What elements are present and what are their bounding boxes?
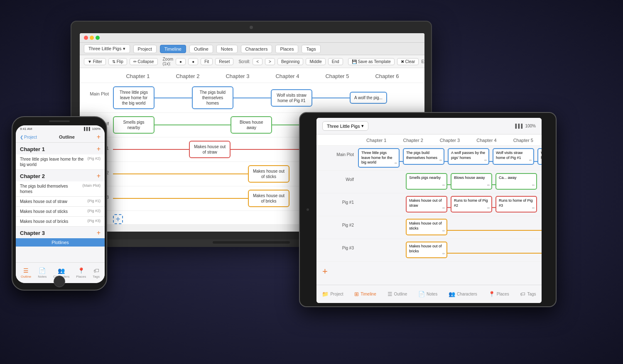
tablet-main-cards: Three little pigs leave home for the big… (358, 148, 542, 168)
flip-button[interactable]: ⇅ Flip (108, 58, 127, 65)
phone-back-button[interactable]: ❮ Project (20, 135, 37, 139)
tablet-tab-tags-label: Tags (527, 292, 536, 296)
middle-button[interactable]: Middle (306, 58, 325, 65)
card-wolf-2[interactable]: Blows house away (231, 116, 272, 134)
phone-tab-notes[interactable]: 📄 Notes (38, 267, 47, 278)
tablet-card-main-5[interactable]: Wolf visits stick home of Pig #1 ✏ (537, 148, 542, 165)
project-icon: 📁 (322, 291, 329, 297)
card-main-3[interactable]: Wolf visits straw home of Pig #1 (271, 89, 312, 107)
laptop-titlebar (80, 33, 424, 43)
tablet-card-main-1[interactable]: Three little pigs leave home for the big… (358, 148, 400, 168)
card-pig3-1[interactable]: Makes house out of bricks (248, 190, 289, 207)
phone-add-button[interactable]: + (97, 133, 101, 141)
edit-icon-p13[interactable]: ✏ (532, 206, 535, 210)
scroll-right-button[interactable]: > (265, 58, 275, 65)
tablet-tab-characters[interactable]: 👥 Characters (449, 291, 477, 297)
tablet-chapters-header: Chapter 1 Chapter 2 Chapter 3 Chapter 4 … (316, 134, 542, 146)
tablet-card-wolf-2[interactable]: Blows house away ✏ (451, 173, 492, 190)
edit-icon-3[interactable]: ✏ (484, 159, 487, 163)
maximize-icon[interactable] (96, 36, 100, 40)
tablet-card-wolf-1[interactable]: Smells pigs nearby ✏ (406, 173, 447, 190)
tablet-card-pig1-3[interactable]: Runs to home of Pig #3 ✏ (495, 196, 537, 213)
nav-characters[interactable]: Characters (241, 45, 272, 53)
zoom-minus-button[interactable]: ● (176, 58, 186, 65)
phone-tab-outline[interactable]: ☰ Outline (21, 267, 31, 278)
phone-item-ch2-2[interactable]: Makes house out of straw (Pig #1) (16, 197, 105, 207)
tablet-tab-outline[interactable]: ☰ Outline (388, 291, 407, 297)
phone-item-text: Three little pigs leave home for the big… (20, 156, 86, 167)
tablet-card-pig1-2[interactable]: Runs to home of Pig #2 ✏ (451, 196, 492, 213)
tablet-tab-tags[interactable]: 🏷 Tags (520, 291, 536, 297)
tablet-project-dropdown[interactable]: Three Little Pigs ▾ (322, 121, 368, 131)
nav-project[interactable]: Project (133, 45, 157, 53)
end-button[interactable]: End (328, 58, 343, 65)
nav-outline[interactable]: Outline (189, 45, 213, 53)
edit-icon-p21[interactable]: ✏ (442, 229, 445, 233)
phone-item-ch1-1[interactable]: Three little pigs leave home for the big… (16, 154, 105, 170)
tablet-card-pig2-1[interactable]: Makes house out of sticks ✏ (406, 219, 447, 235)
phone-tab-tags[interactable]: 🏷 Tags (93, 267, 100, 278)
phone-plotlines-bar[interactable]: Plotlines (16, 238, 105, 247)
card-main-2[interactable]: The pigs build themselves homes (192, 86, 233, 109)
zoom-plus-button[interactable]: ● (188, 58, 198, 65)
card-main-4[interactable]: A wolf the pig... (350, 92, 387, 104)
phone-nav: ❮ Project Outline + (16, 132, 105, 143)
tablet-ch2-label: Chapter 2 (395, 138, 431, 143)
phone-chapter1-title: Chapter 1 (20, 146, 45, 152)
tablet-tab-project[interactable]: 📁 Project (322, 291, 343, 297)
card-pig2-1[interactable]: Makes house out of sticks (248, 165, 289, 183)
tablet-card-wolf-3[interactable]: Ca... away ✏ (495, 173, 537, 190)
tablet-card-main-4[interactable]: Wolf visits straw home of Pig #1 ✏ (493, 148, 534, 165)
nav-timeline[interactable]: Timeline (160, 45, 186, 53)
edit-icon-4[interactable]: ✏ (529, 159, 532, 163)
edit-icon-p12[interactable]: ✏ (487, 206, 490, 210)
notes-icon-t: 📄 (418, 291, 425, 297)
collapse-button[interactable]: ✏ Collapse (130, 58, 158, 65)
phone-item-ch2-3[interactable]: Makes house out of sticks (Pig #2) (16, 207, 105, 217)
nav-notes[interactable]: Notes (216, 45, 238, 53)
phone-home-button[interactable] (54, 276, 65, 287)
tablet-card-main-3[interactable]: A wolf passes by the pigs' homes ✏ (448, 148, 489, 165)
tablet-conn-w2 (492, 184, 495, 185)
edit-icon-2[interactable]: ✏ (439, 159, 442, 163)
characters-icon: 👥 (58, 267, 65, 274)
filter-button[interactable]: ▼ Filter (84, 58, 106, 65)
phone-tab-places[interactable]: 📍 Places (76, 267, 86, 278)
phone-chapter3-add[interactable]: + (97, 229, 101, 237)
phone-item-ch2-1[interactable]: The pigs build themselves homes (Main Pl… (16, 181, 105, 197)
tablet-tab-timeline[interactable]: ⊞ Timeline (354, 291, 376, 297)
tablet-card-pig3-1[interactable]: Makes house out of bricks ✏ (406, 242, 447, 258)
beginning-button[interactable]: Beginning (277, 58, 303, 65)
edit-icon-p31[interactable]: ✏ (442, 252, 445, 256)
save-template-button[interactable]: 💾 Save as Template (348, 58, 395, 65)
scroll-left-button[interactable]: < (253, 58, 262, 65)
tablet-pig3-row: Pig #3 Makes house out of bricks ✏ (316, 239, 542, 262)
add-plotline-button[interactable]: + (113, 214, 123, 224)
tablet-card-pig1-1[interactable]: Makes house out of straw ✏ (406, 196, 447, 213)
card-pig1-1[interactable]: Makes house out of straw (189, 141, 231, 158)
project-dropdown[interactable]: Three Little Pigs ▾ (84, 44, 130, 53)
edit-icon-w1[interactable]: ✏ (442, 183, 445, 188)
clear-button[interactable]: ✖ Clear (397, 58, 419, 65)
edit-icon-p11[interactable]: ✏ (442, 206, 445, 210)
phone-item-text4: Makes house out of sticks (20, 209, 86, 214)
close-icon[interactable] (84, 36, 88, 40)
tablet-card-main-2[interactable]: The pigs build themselves homes ✏ (403, 148, 444, 165)
phone-item-ch2-4[interactable]: Makes house out of bricks (Pig #3) (16, 217, 105, 227)
phone-chapter1-add[interactable]: + (97, 145, 101, 153)
minimize-icon[interactable] (90, 36, 94, 40)
fit-button[interactable]: Fit (201, 58, 213, 65)
phone-time: 9:41 AM (20, 127, 32, 131)
nav-places[interactable]: Places (275, 45, 298, 53)
tablet-add-button[interactable]: + (322, 266, 328, 276)
tablet-tab-places[interactable]: 📍 Places (488, 291, 509, 297)
card-wolf-1[interactable]: Smells pigs nearby (113, 116, 155, 134)
card-main-1[interactable]: Three little pigs leave home for the big… (113, 86, 155, 109)
edit-icon-w3[interactable]: ✏ (532, 183, 535, 188)
edit-icon-w2[interactable]: ✏ (487, 183, 490, 188)
edit-icon[interactable]: ✏ (395, 161, 397, 166)
reset-button[interactable]: Reset (215, 58, 233, 65)
phone-chapter2-add[interactable]: + (97, 172, 101, 180)
nav-tags[interactable]: Tags (302, 45, 320, 53)
tablet-tab-notes[interactable]: 📄 Notes (418, 291, 437, 297)
